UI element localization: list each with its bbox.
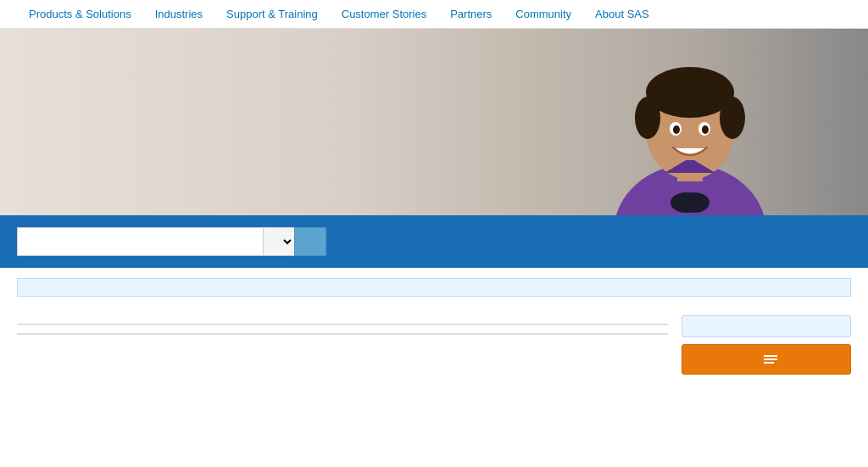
main-content <box>0 307 868 390</box>
list-icon <box>764 355 777 364</box>
nav-item-products__solutions[interactable]: Products & Solutions <box>17 0 143 29</box>
svg-point-5 <box>720 97 745 139</box>
find-community-button[interactable] <box>682 344 851 375</box>
content-left <box>17 315 668 381</box>
content-right <box>682 315 851 381</box>
activity-tabs <box>17 324 668 325</box>
search-button[interactable] <box>294 227 326 256</box>
nav-item-partners[interactable]: Partners <box>438 0 504 29</box>
search-controls <box>17 227 326 256</box>
nav-item-support__training[interactable]: Support & Training <box>214 0 330 29</box>
hero-person-image <box>512 29 868 215</box>
svg-point-8 <box>673 125 680 134</box>
nav-item-community[interactable]: Community <box>504 0 583 29</box>
svg-point-11 <box>679 192 709 213</box>
nav-item-customer_stories[interactable]: Customer Stories <box>330 0 438 29</box>
nav-item-industries[interactable]: Industries <box>143 0 214 29</box>
search-bar <box>0 215 868 268</box>
person-silhouette <box>554 37 826 215</box>
notice-bar <box>17 278 851 297</box>
hero-banner <box>0 29 868 215</box>
post-question-button[interactable] <box>682 315 851 337</box>
search-input[interactable] <box>17 227 263 256</box>
top-navigation: Products & SolutionsIndustriesSupport & … <box>0 0 868 29</box>
nav-item-about_sas[interactable]: About SAS <box>583 0 661 29</box>
svg-point-4 <box>635 97 660 139</box>
hero-text <box>0 75 68 169</box>
svg-point-9 <box>702 125 709 134</box>
post-list <box>17 333 668 335</box>
search-scope-select[interactable] <box>263 227 294 256</box>
